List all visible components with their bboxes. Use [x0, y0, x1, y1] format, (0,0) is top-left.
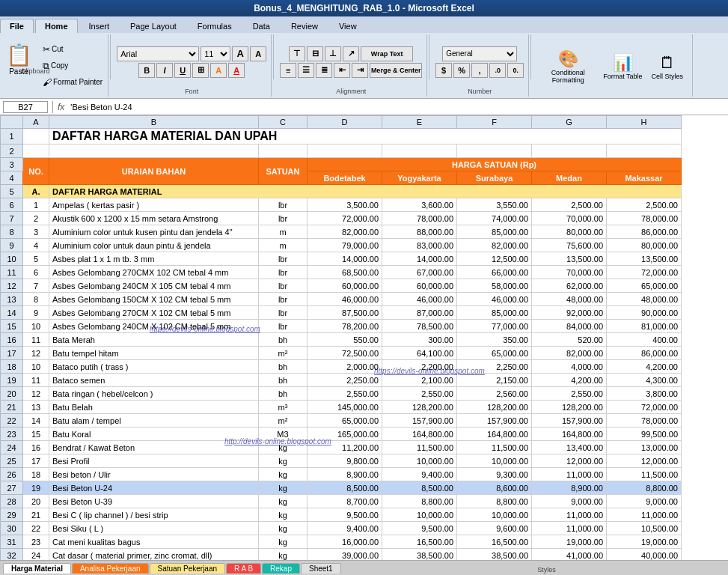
cell-satuan[interactable]: kg [259, 481, 308, 495]
format-as-table-button[interactable]: 📊 Format Table [599, 37, 646, 95]
decrease-decimal-button[interactable]: 0. [507, 63, 524, 78]
cell-e[interactable]: 128,200.00 [382, 401, 457, 414]
cell-g[interactable]: 4,200.00 [532, 374, 607, 387]
cell-e[interactable]: 38,500.00 [382, 549, 457, 561]
cell-f[interactable]: 85,000.00 [457, 306, 532, 320]
cell-no[interactable]: 18 [23, 468, 49, 481]
cell-g[interactable]: 70,000.00 [532, 212, 607, 225]
cell-g[interactable]: 75,600.00 [532, 239, 607, 252]
cell-uraian[interactable]: Besi beton / Ulir [49, 468, 259, 481]
cell-satuan[interactable]: m² [259, 347, 308, 360]
cell-uraian[interactable]: Bata Merah [49, 333, 259, 347]
cell-no[interactable]: 7 [23, 279, 49, 293]
cell-f[interactable]: 74,000.00 [457, 212, 532, 225]
col-header-g[interactable]: G [532, 116, 607, 129]
cell-g[interactable]: 164,800.00 [532, 428, 607, 441]
cell-uraian[interactable]: Bataco semen [49, 374, 259, 387]
col-header-a[interactable]: A [23, 116, 49, 129]
currency-button[interactable]: $ [435, 63, 452, 78]
cell-e[interactable]: 2,550.00 [382, 387, 457, 401]
cell-h[interactable]: 72,000.00 [607, 266, 682, 279]
percent-button[interactable]: % [453, 63, 470, 78]
cell-no[interactable]: 19 [23, 481, 49, 495]
cell-h[interactable]: 78,000.00 [607, 212, 682, 225]
cell-d[interactable]: 14,000.00 [308, 252, 382, 266]
cell-h[interactable]: 48,000.00 [607, 293, 682, 306]
cell-h[interactable]: 65,000.00 [607, 279, 682, 293]
cell-d[interactable]: 72,000.00 [308, 212, 382, 225]
cell-g[interactable]: 13,400.00 [532, 441, 607, 454]
cell-h[interactable]: 19,000.00 [607, 535, 682, 549]
cell-no[interactable]: 16 [23, 441, 49, 454]
cell-uraian[interactable]: Asbes Gelombang 270CM X 102 CM tebal 5 m… [49, 306, 259, 320]
cell-uraian[interactable]: Batu tempel hitam [49, 347, 259, 360]
cell-f[interactable]: 16,500.00 [457, 535, 532, 549]
cell-no[interactable]: 22 [23, 522, 49, 535]
cell-f[interactable]: 9,300.00 [457, 468, 532, 481]
cell-satuan[interactable]: kg [259, 549, 308, 561]
cell-uraian[interactable]: Asbes Gelombang 240CM X 102 CM tebal 5 m… [49, 320, 259, 333]
cell-satuan[interactable]: kg [259, 454, 308, 468]
cell-g[interactable]: 13,500.00 [532, 252, 607, 266]
col-header-b[interactable]: B [49, 116, 259, 129]
cell-no[interactable]: 24 [23, 549, 49, 561]
cell-h[interactable]: 80,000.00 [607, 239, 682, 252]
decrease-font-button[interactable]: A [250, 46, 266, 61]
cell-e[interactable]: 46,000.00 [382, 293, 457, 306]
fill-color-button[interactable]: A [210, 63, 227, 78]
cell-uraian[interactable]: Aluminium color untuk kusen pintu dan je… [49, 225, 259, 239]
copy-button[interactable]: ⧉ Copy [40, 58, 105, 73]
cell-h[interactable]: 400.00 [607, 333, 682, 347]
cell-f[interactable]: 10,000.00 [457, 508, 532, 522]
cell-e[interactable]: 9,400.00 [382, 468, 457, 481]
cell-uraian[interactable]: Cat dasar ( material primer, zinc cromat… [49, 549, 259, 561]
increase-font-button[interactable]: A [232, 46, 248, 61]
cell-no[interactable]: 23 [23, 535, 49, 549]
cell-reference-input[interactable]: B27 [3, 101, 48, 113]
cell-satuan[interactable]: kg [259, 508, 308, 522]
cell-e[interactable]: 78,000.00 [382, 212, 457, 225]
cell-no[interactable]: 11 [23, 374, 49, 387]
cell-satuan[interactable]: m [259, 239, 308, 252]
cell-f[interactable]: 77,000.00 [457, 320, 532, 333]
cell-d[interactable]: 16,000.00 [308, 535, 382, 549]
cell-h[interactable]: 78,000.00 [607, 414, 682, 428]
align-top-button[interactable]: ⊤ [289, 46, 305, 61]
cell-g[interactable]: 9,000.00 [532, 495, 607, 508]
cell-h[interactable]: 9,000.00 [607, 495, 682, 508]
cell-h[interactable]: 3,800.00 [607, 387, 682, 401]
cell-g[interactable]: 2,500.00 [532, 198, 607, 212]
align-left-button[interactable]: ≡ [280, 63, 296, 78]
col-header-c[interactable]: C [259, 116, 308, 129]
cell-no[interactable]: 15 [23, 428, 49, 441]
col-header-h[interactable]: H [607, 116, 682, 129]
cell-e[interactable]: 64,100.00 [382, 347, 457, 360]
cell-e[interactable]: 8,500.00 [382, 481, 457, 495]
cell-g[interactable]: 157,900.00 [532, 414, 607, 428]
cell-d[interactable]: 79,000.00 [308, 239, 382, 252]
cell-uraian[interactable]: Batu Belah [49, 401, 259, 414]
cell-h[interactable]: 2,500.00 [607, 198, 682, 212]
cell-f[interactable]: 12,500.00 [457, 252, 532, 266]
tab-data[interactable]: Data [243, 19, 280, 33]
cell-h[interactable]: 40,000.00 [607, 549, 682, 561]
cell-d[interactable]: 60,000.00 [308, 279, 382, 293]
cell-d[interactable]: 87,500.00 [308, 306, 382, 320]
cell-g[interactable]: 62,000.00 [532, 279, 607, 293]
cell-d[interactable]: 2,250.00 [308, 374, 382, 387]
cell-g[interactable]: 82,000.00 [532, 347, 607, 360]
conditional-formatting-button[interactable]: 🎨 Conditional Formatting [537, 37, 599, 95]
tab-home[interactable]: Home [35, 19, 78, 33]
border-button[interactable]: ⊞ [192, 63, 209, 78]
cell-e[interactable]: 67,000.00 [382, 266, 457, 279]
cell-h[interactable]: 4,200.00 [607, 360, 682, 374]
cell-h[interactable]: 4,300.00 [607, 374, 682, 387]
cell-no[interactable]: 10 [23, 360, 49, 374]
cell-f[interactable]: 82,000.00 [457, 239, 532, 252]
cell-e[interactable]: 87,000.00 [382, 306, 457, 320]
cell-d[interactable]: 165,000.00 [308, 428, 382, 441]
cell-satuan[interactable]: M3 [259, 428, 308, 441]
cell-f[interactable]: 2,150.00 [457, 374, 532, 387]
cell-h[interactable]: 86,000.00 [607, 225, 682, 239]
cell-f[interactable]: 3,550.00 [457, 198, 532, 212]
